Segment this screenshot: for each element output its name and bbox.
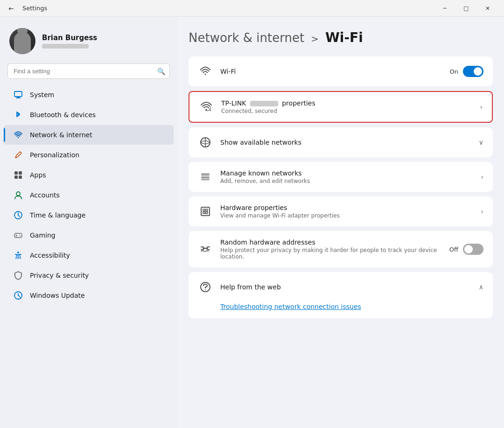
connected-network-card: TP-LINK properties Connected, secured › bbox=[189, 91, 493, 123]
svg-point-8 bbox=[16, 192, 20, 196]
network-icon bbox=[13, 130, 23, 140]
time-icon bbox=[13, 210, 23, 220]
connected-network-item[interactable]: TP-LINK properties Connected, secured › bbox=[189, 92, 492, 122]
wifi-toggle-switch[interactable] bbox=[463, 66, 483, 77]
hardware-props-sublabel: View and manage Wi-Fi adapter properties bbox=[220, 212, 473, 219]
connected-network-label: TP-LINK properties bbox=[221, 99, 472, 107]
help-content: Troubleshooting network connection issue… bbox=[189, 302, 493, 318]
sidebar-label-time: Time & language bbox=[30, 211, 85, 219]
wifi-toggle-label: Wi-Fi bbox=[220, 68, 442, 75]
sidebar-item-privacy[interactable]: Privacy & security bbox=[4, 266, 174, 285]
show-networks-item[interactable]: Show available networks ∨ bbox=[189, 127, 493, 157]
svg-point-13 bbox=[19, 235, 20, 236]
system-icon bbox=[13, 90, 23, 100]
manage-networks-action: › bbox=[481, 173, 483, 181]
svg-rect-6 bbox=[14, 175, 18, 179]
sidebar-item-accessibility[interactable]: Accessibility bbox=[4, 246, 174, 265]
random-hw-item[interactable]: Random hardware addresses Help protect y… bbox=[189, 231, 493, 267]
sidebar-item-bluetooth[interactable]: Bluetooth & devices bbox=[4, 105, 174, 125]
help-header[interactable]: Help from the web ∧ bbox=[189, 272, 493, 302]
update-icon bbox=[13, 290, 23, 301]
help-section: Help from the web ∧ Troubleshooting netw… bbox=[189, 272, 493, 318]
sidebar-item-accounts[interactable]: Accounts bbox=[4, 185, 174, 205]
hardware-props-action: › bbox=[481, 208, 483, 215]
svg-rect-26 bbox=[203, 209, 205, 211]
svg-rect-4 bbox=[14, 171, 18, 175]
random-hw-label: Random hardware addresses bbox=[220, 239, 442, 246]
close-button[interactable]: ✕ bbox=[477, 1, 498, 16]
maximize-button[interactable]: □ bbox=[455, 1, 477, 16]
random-hw-toggle[interactable] bbox=[463, 244, 483, 255]
sidebar-item-update[interactable]: Windows Update bbox=[4, 286, 174, 305]
titlebar: ← Settings ─ □ ✕ bbox=[0, 0, 504, 17]
minimize-button[interactable]: ─ bbox=[434, 1, 455, 16]
sidebar-label-accounts: Accounts bbox=[30, 191, 60, 199]
sidebar-item-network[interactable]: Network & internet bbox=[4, 125, 174, 145]
wifi-icon bbox=[198, 64, 213, 79]
help-expand-icon: ∧ bbox=[479, 283, 483, 291]
help-title-text: Help from the web bbox=[220, 283, 471, 291]
show-networks-label: Show available networks bbox=[220, 139, 471, 146]
sidebar-item-time[interactable]: Time & language bbox=[4, 205, 174, 225]
user-name: Brian Burgess bbox=[42, 34, 97, 42]
connected-network-sublabel: Connected, secured bbox=[221, 108, 472, 114]
page-title: Wi-Fi bbox=[325, 30, 363, 45]
privacy-icon bbox=[13, 270, 23, 281]
help-icon bbox=[198, 280, 213, 295]
sidebar-label-personalization: Personalization bbox=[30, 151, 79, 159]
wifi-toggle-text: Wi-Fi bbox=[220, 68, 442, 75]
manage-chevron-icon: › bbox=[481, 173, 483, 181]
sidebar-item-gaming[interactable]: Gaming bbox=[4, 225, 174, 245]
personalization-icon bbox=[13, 150, 23, 160]
sidebar-label-gaming: Gaming bbox=[30, 232, 56, 239]
svg-rect-25 bbox=[201, 207, 210, 216]
hardware-props-item[interactable]: Hardware properties View and manage Wi-F… bbox=[189, 196, 493, 226]
random-hw-card: Random hardware addresses Help protect y… bbox=[189, 231, 493, 267]
sidebar: Brian Burgess 🔍 System Bluetooth & devic… bbox=[0, 17, 177, 428]
random-hw-thumb bbox=[464, 245, 473, 253]
random-hw-sublabel: Help protect your privacy by making it h… bbox=[220, 247, 442, 260]
accounts-icon bbox=[13, 190, 23, 200]
nav-list: System Bluetooth & devices Network & int… bbox=[0, 84, 177, 306]
gaming-icon bbox=[13, 230, 23, 240]
svg-rect-5 bbox=[19, 171, 22, 175]
manage-networks-card: Manage known networks Add, remove, and e… bbox=[189, 162, 493, 192]
random-hw-action: Off bbox=[449, 244, 483, 255]
manage-networks-item[interactable]: Manage known networks Add, remove, and e… bbox=[189, 162, 493, 192]
manage-networks-text: Manage known networks Add, remove, and e… bbox=[220, 169, 473, 184]
wifi-toggle-card: Wi-Fi On bbox=[189, 56, 493, 86]
networks-icon bbox=[198, 135, 213, 150]
wifi-toggle-thumb bbox=[474, 67, 482, 76]
bluetooth-icon bbox=[13, 110, 23, 120]
back-button[interactable]: ← bbox=[6, 3, 17, 14]
sidebar-item-apps[interactable]: Apps bbox=[4, 165, 174, 185]
sidebar-item-system[interactable]: System bbox=[4, 85, 174, 105]
show-networks-card: Show available networks ∨ bbox=[189, 127, 493, 157]
hardware-icon bbox=[198, 204, 213, 219]
sidebar-label-accessibility: Accessibility bbox=[30, 252, 70, 259]
window-controls: ─ □ ✕ bbox=[434, 1, 498, 16]
wifi-toggle-item[interactable]: Wi-Fi On bbox=[189, 56, 493, 86]
breadcrumb-parent: Network & internet bbox=[189, 31, 304, 45]
apps-icon bbox=[13, 170, 23, 180]
wifi-toggle-state: On bbox=[450, 68, 458, 75]
random-hw-icon bbox=[198, 242, 213, 257]
svg-point-3 bbox=[18, 137, 19, 138]
accessibility-icon bbox=[13, 250, 23, 260]
app-container: Brian Burgess 🔍 System Bluetooth & devic… bbox=[0, 17, 504, 428]
sidebar-item-personalization[interactable]: Personalization bbox=[4, 145, 174, 165]
manage-icon bbox=[198, 169, 213, 184]
breadcrumb-separator: > bbox=[311, 33, 319, 44]
avatar bbox=[9, 28, 35, 54]
svg-point-17 bbox=[205, 74, 206, 75]
connected-wifi-icon bbox=[199, 99, 214, 114]
random-hw-state: Off bbox=[449, 246, 458, 253]
search-input[interactable] bbox=[7, 63, 170, 79]
help-link[interactable]: Troubleshooting network connection issue… bbox=[220, 303, 361, 310]
sidebar-label-network: Network & internet bbox=[30, 131, 92, 139]
svg-rect-7 bbox=[19, 175, 22, 179]
user-subtitle bbox=[42, 44, 89, 49]
show-networks-action: ∨ bbox=[479, 139, 483, 146]
help-action: ∧ bbox=[479, 283, 483, 291]
svg-rect-29 bbox=[206, 212, 208, 214]
